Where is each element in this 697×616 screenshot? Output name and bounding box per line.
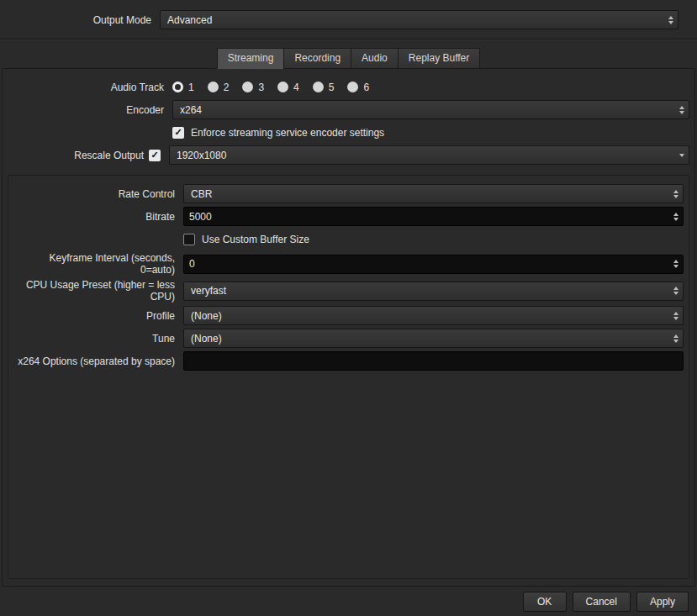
rescale-resolution-select[interactable]: 1920x1080 <box>169 145 689 165</box>
radio-icon[interactable] <box>347 82 358 92</box>
output-mode-label: Output Mode <box>0 14 151 26</box>
arrow-down-icon <box>673 265 679 268</box>
arrow-up-icon <box>673 312 679 315</box>
rate-control-row: Rate Control CBR <box>13 184 684 203</box>
arrow-up-icon <box>673 334 679 338</box>
profile-label: Profile <box>13 310 175 322</box>
radio-label: 3 <box>258 82 264 93</box>
bitrate-input[interactable] <box>184 208 668 225</box>
spinbox-arrows-icon[interactable] <box>668 255 683 273</box>
tab-bar: Streaming Recording Audio Replay Buffer <box>2 48 695 69</box>
keyframe-interval-input[interactable] <box>184 255 668 273</box>
cancel-button[interactable]: Cancel <box>573 592 631 612</box>
tune-select[interactable]: (None) <box>183 329 684 348</box>
bitrate-spinbox[interactable] <box>183 207 684 226</box>
x264-options-field[interactable] <box>183 351 684 371</box>
arrow-up-icon <box>673 213 679 216</box>
streaming-tab-pane: Audio Track 1 2 3 <box>2 68 695 587</box>
audio-track-option-6[interactable]: 6 <box>347 82 369 93</box>
arrow-down-icon <box>673 292 679 295</box>
keyframe-interval-label: Keyframe Interval (seconds, 0=auto) <box>13 252 175 276</box>
combo-spinner-icon[interactable] <box>663 11 678 29</box>
tune-row: Tune (None) <box>13 329 684 348</box>
profile-row: Profile (None) <box>13 306 684 325</box>
arrow-up-icon <box>673 287 679 290</box>
arrow-down-icon <box>679 111 684 114</box>
encoder-row: Encoder x264 <box>8 100 689 119</box>
output-mode-row: Output Mode Advanced <box>0 0 697 39</box>
rate-control-select[interactable]: CBR <box>183 184 684 203</box>
arrow-down-icon <box>673 317 679 320</box>
rescale-row: Rescale Output ✓ 1920x1080 <box>8 145 689 165</box>
check-icon: ✓ <box>174 128 182 137</box>
keyframe-interval-spinbox[interactable] <box>183 255 684 274</box>
tune-label: Tune <box>13 333 175 345</box>
x264-options-input[interactable] <box>184 352 683 370</box>
keyframe-interval-row: Keyframe Interval (seconds, 0=auto) <box>13 252 684 276</box>
arrow-up-icon <box>673 260 679 263</box>
check-icon: ✓ <box>150 150 158 160</box>
audio-track-option-2[interactable]: 2 <box>208 82 230 93</box>
combo-spinner-icon[interactable] <box>668 185 683 203</box>
spinbox-arrows-icon[interactable] <box>668 208 683 225</box>
cpu-preset-select[interactable]: veryfast <box>183 282 684 301</box>
arrow-down-icon <box>673 340 679 343</box>
combo-dropdown-icon[interactable] <box>674 146 689 164</box>
radio-label: 2 <box>224 82 230 93</box>
audio-track-option-1[interactable]: 1 <box>172 82 194 93</box>
enforce-checkbox-label[interactable]: Enforce streaming service encoder settin… <box>191 127 384 139</box>
custom-buffer-row: Use Custom Buffer Size <box>13 229 684 249</box>
encoder-label: Encoder <box>8 104 164 116</box>
radio-icon[interactable] <box>313 82 324 92</box>
tab-recording[interactable]: Recording <box>283 48 351 69</box>
combo-spinner-icon[interactable] <box>674 101 689 118</box>
radio-icon[interactable] <box>208 82 219 92</box>
arrow-up-icon <box>679 106 684 109</box>
encoder-select[interactable]: x264 <box>172 100 689 119</box>
x264-options-row: x264 Options (separated by space) <box>13 351 684 371</box>
custom-buffer-checkbox[interactable] <box>183 234 195 245</box>
rescale-checkbox[interactable]: ✓ <box>149 150 161 161</box>
radio-label: 6 <box>363 82 369 93</box>
cpu-preset-value: veryfast <box>191 285 668 297</box>
tab-replay-buffer[interactable]: Replay Buffer <box>398 48 481 69</box>
output-tabs-widget: Streaming Recording Audio Replay Buffer … <box>2 48 695 587</box>
radio-label: 1 <box>188 82 194 93</box>
output-mode-value: Advanced <box>167 14 663 26</box>
profile-value: (None) <box>191 310 668 322</box>
encoder-settings-group: Rate Control CBR Bitrate <box>8 175 689 579</box>
custom-buffer-checkbox-label[interactable]: Use Custom Buffer Size <box>202 234 309 245</box>
arrow-up-icon <box>668 16 673 19</box>
output-settings-dialog: Output Mode Advanced Streaming Recording… <box>0 0 697 616</box>
radio-icon[interactable] <box>277 82 288 92</box>
radio-icon[interactable] <box>242 82 253 92</box>
radio-selected-icon[interactable] <box>172 82 183 92</box>
bitrate-label: Bitrate <box>13 211 175 223</box>
audio-track-row: Audio Track 1 2 3 <box>8 77 689 97</box>
rate-control-label: Rate Control <box>13 188 175 200</box>
arrow-down-icon <box>673 195 679 198</box>
ok-button[interactable]: OK <box>523 592 567 612</box>
profile-select[interactable]: (None) <box>183 306 684 325</box>
rate-control-value: CBR <box>191 188 668 200</box>
output-mode-select[interactable]: Advanced <box>160 10 679 29</box>
audio-track-option-4[interactable]: 4 <box>277 82 299 93</box>
arrow-down-icon <box>673 218 679 221</box>
apply-button[interactable]: Apply <box>636 592 689 612</box>
combo-spinner-icon[interactable] <box>668 329 683 347</box>
tab-streaming[interactable]: Streaming <box>217 48 285 69</box>
encoder-value: x264 <box>180 104 674 116</box>
tab-audio[interactable]: Audio <box>351 48 399 69</box>
enforce-checkbox[interactable]: ✓ <box>172 127 184 139</box>
combo-spinner-icon[interactable] <box>668 282 683 300</box>
enforce-row: ✓ Enforce streaming service encoder sett… <box>8 123 689 142</box>
audio-track-option-5[interactable]: 5 <box>313 82 335 93</box>
audio-track-option-3[interactable]: 3 <box>242 82 264 93</box>
radio-label: 4 <box>293 82 299 93</box>
arrow-down-icon <box>679 154 684 157</box>
combo-spinner-icon[interactable] <box>668 307 683 324</box>
arrow-up-icon <box>673 190 679 193</box>
arrow-down-icon <box>668 21 673 24</box>
radio-label: 5 <box>329 82 335 93</box>
dialog-button-bar: OK Cancel Apply <box>0 587 697 616</box>
